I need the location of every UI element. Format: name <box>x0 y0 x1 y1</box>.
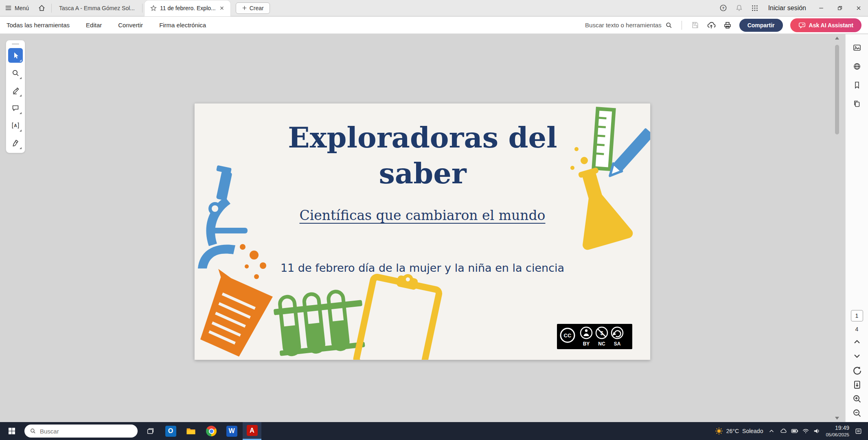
zoom-out-icon[interactable] <box>852 408 862 418</box>
minimize-button[interactable] <box>812 0 831 16</box>
pdf-page: Exploradoras del saber Científicas que c… <box>195 103 650 360</box>
rail-grip[interactable] <box>12 44 19 44</box>
share-label: Compartir <box>747 22 775 29</box>
file-explorer-icon <box>186 426 196 436</box>
bookmarks-panel-icon[interactable] <box>853 81 861 90</box>
menu-esign[interactable]: Firma electrónica <box>159 22 206 29</box>
outlook-icon: O <box>165 426 176 437</box>
taskbar-app-acrobat[interactable]: A <box>243 422 261 440</box>
select-tool-button[interactable] <box>8 48 23 63</box>
scroll-down-arrow[interactable] <box>835 417 839 420</box>
comment-bubble-icon <box>11 104 20 112</box>
page-fit-icon[interactable] <box>852 380 862 389</box>
print-icon[interactable] <box>723 21 732 30</box>
svg-text:A: A <box>14 123 17 128</box>
total-pages-label: 4 <box>855 326 859 332</box>
apps-grid-button[interactable] <box>747 0 763 16</box>
taskbar-app-chrome[interactable] <box>202 422 221 440</box>
cursor-icon <box>11 51 20 59</box>
start-button[interactable] <box>2 422 21 440</box>
titlebar: Menú Tasca A - Emma Gómez Sol... 11 de f… <box>0 0 868 16</box>
thumbnails-panel-icon[interactable] <box>853 43 861 52</box>
acrobat-icon: A <box>247 425 258 436</box>
text-select-tool-button[interactable]: A <box>8 118 23 133</box>
pencil-graphic <box>606 128 650 180</box>
ai-assistant-icon <box>798 22 806 29</box>
home-icon <box>38 4 46 12</box>
menu-convert[interactable]: Convertir <box>118 22 143 29</box>
sign-tool-button[interactable] <box>8 136 23 150</box>
volume-icon[interactable] <box>813 427 820 435</box>
tab-11-de-febrero[interactable]: 11 de febrero. Explo... <box>144 0 231 16</box>
menu-label: Menú <box>15 5 29 11</box>
slide-caption: 11 de febrero día de la mujer y la niña … <box>195 262 650 274</box>
weather-condition: Soleado <box>742 428 763 434</box>
scroll-up-arrow[interactable] <box>835 37 839 40</box>
sign-in-button[interactable]: Iniciar sesión <box>763 4 812 12</box>
action-center-icon[interactable] <box>855 427 862 435</box>
taskbar-search-input[interactable] <box>40 428 121 435</box>
menu-all-tools[interactable]: Todas las herramientas <box>7 22 70 29</box>
cloud-upload-icon[interactable] <box>707 21 716 30</box>
globe-panel-icon[interactable] <box>853 62 861 71</box>
weather-temp: 26°C <box>726 428 739 434</box>
weather-widget[interactable]: 26°C Soleado <box>715 427 763 435</box>
task-view-button[interactable] <box>141 422 160 440</box>
highlight-tool-button[interactable] <box>8 83 23 98</box>
battery-icon[interactable] <box>791 427 798 435</box>
menu-edit[interactable]: Editar <box>86 22 102 29</box>
quick-tools-rail: A <box>6 40 25 153</box>
taskbar-app-explorer[interactable] <box>182 422 200 440</box>
taskbar-app-outlook[interactable]: O <box>161 422 180 440</box>
onedrive-icon[interactable] <box>780 427 787 435</box>
taskbar-search[interactable] <box>24 425 138 438</box>
help-icon: ? <box>719 4 727 12</box>
current-page-input[interactable]: 1 <box>851 310 863 321</box>
comment-tool-button[interactable] <box>8 101 23 115</box>
restore-button[interactable] <box>831 0 849 16</box>
ai-assistant-button[interactable]: Ask AI Assistant <box>790 18 861 32</box>
tab-tasca-a[interactable]: Tasca A - Emma Gómez Sol... <box>53 0 140 16</box>
close-tab-icon[interactable] <box>219 5 225 11</box>
create-button[interactable]: Crear <box>236 2 270 14</box>
next-page-icon[interactable] <box>852 351 862 361</box>
chrome-icon <box>206 426 217 436</box>
cc-sa-label: SA <box>614 341 621 347</box>
taskbar-app-word[interactable]: W <box>222 422 241 440</box>
toolbar-separator <box>682 21 682 30</box>
slide-title: Exploradoras del saber <box>239 120 606 191</box>
document-area: A <box>0 34 868 422</box>
home-button[interactable] <box>34 0 50 16</box>
scrollbar-thumb[interactable] <box>835 45 839 134</box>
cc-license-badge: CC BY $ NC SA <box>557 324 632 349</box>
document-scrollbar[interactable] <box>835 35 840 421</box>
windows-logo-icon <box>8 427 16 435</box>
slide-subtitle: Científicas que cambiaron el mundo <box>195 207 650 223</box>
save-icon[interactable] <box>691 21 699 29</box>
close-window-button[interactable] <box>849 0 868 16</box>
toolbar: Todas las herramientas Editar Convertir … <box>0 17 868 34</box>
cc-nc-label: NC <box>598 341 605 347</box>
zoom-in-icon[interactable] <box>852 394 862 404</box>
notifications-button[interactable] <box>731 0 747 16</box>
tray-chevron-icon[interactable] <box>768 428 775 434</box>
help-button[interactable]: ? <box>715 0 731 16</box>
menu-button[interactable]: Menú <box>0 0 34 16</box>
previous-page-icon[interactable] <box>852 337 862 347</box>
wifi-icon[interactable] <box>802 427 809 435</box>
rotate-page-icon[interactable] <box>852 365 862 375</box>
zoom-tool-button[interactable] <box>8 66 23 80</box>
share-button[interactable]: Compartir <box>739 19 783 32</box>
acrobat-window: Menú Tasca A - Emma Gómez Sol... 11 de f… <box>0 0 868 440</box>
toolbar-search[interactable]: Buscar texto o herramientas <box>585 22 673 29</box>
pages-panel-icon[interactable] <box>853 99 861 108</box>
clipboard-graphic <box>356 267 442 360</box>
cc-by-label: BY <box>583 341 590 347</box>
plus-icon <box>242 5 247 11</box>
clock-time: 19:49 <box>826 425 849 432</box>
clock[interactable]: 19:49 05/06/2025 <box>826 425 849 438</box>
pen-nib-icon <box>11 139 20 147</box>
person-icon <box>585 329 587 332</box>
hamburger-icon <box>5 4 12 11</box>
beaker-graphic <box>195 269 274 359</box>
